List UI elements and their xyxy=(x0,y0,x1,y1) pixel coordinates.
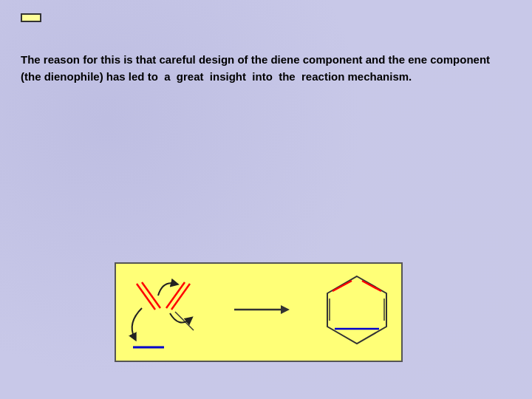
svg-marker-8 xyxy=(327,276,386,344)
reaction-forward-arrow xyxy=(231,301,290,319)
reaction-diagram xyxy=(115,262,403,362)
svg-marker-7 xyxy=(281,305,290,314)
svg-line-9 xyxy=(362,281,381,291)
slide-title xyxy=(21,13,41,22)
product-structure xyxy=(316,267,398,356)
slide-container: The reason for this is that careful desi… xyxy=(0,0,532,399)
svg-line-10 xyxy=(332,281,352,291)
diene-structure xyxy=(120,267,223,356)
paragraph-2: The reason for this is that careful desi… xyxy=(21,52,511,85)
